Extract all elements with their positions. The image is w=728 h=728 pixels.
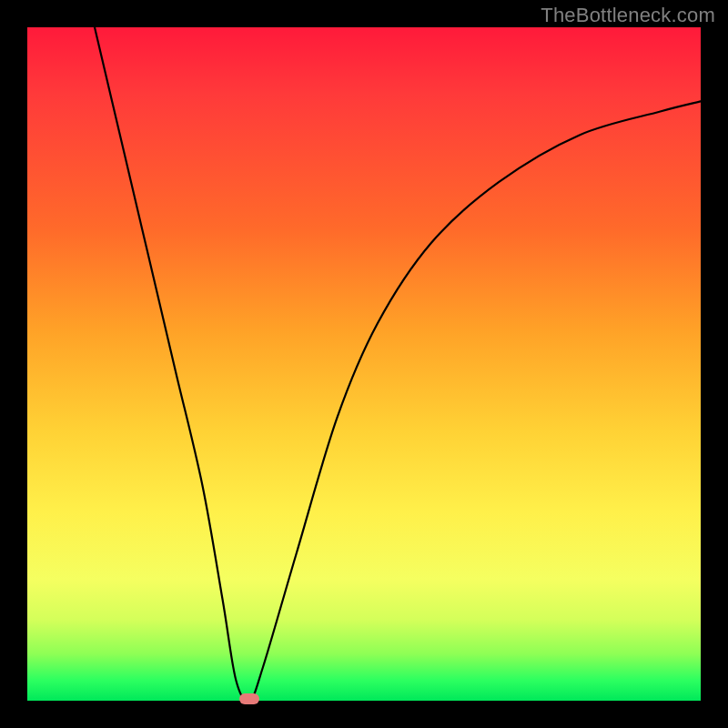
curve-svg — [27, 27, 701, 701]
plot-area — [27, 27, 701, 701]
chart-frame: TheBottleneck.com — [0, 0, 728, 728]
watermark-text: TheBottleneck.com — [541, 4, 715, 27]
minimum-marker — [239, 693, 259, 704]
bottleneck-curve — [95, 27, 701, 701]
